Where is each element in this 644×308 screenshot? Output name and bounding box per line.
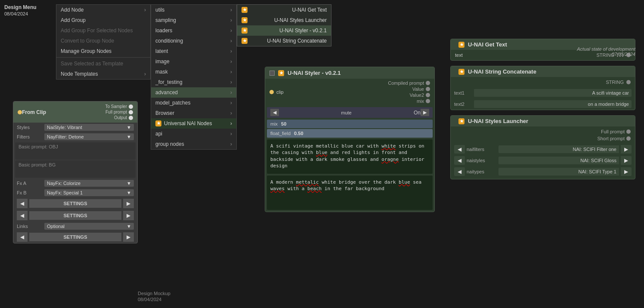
text2-row: text2 on a modern bridge <box>451 99 635 110</box>
float-field-val: 0.50 <box>294 131 303 136</box>
naistyles-prev[interactable]: ◀ <box>454 156 465 165</box>
state-label-text: Actual state of development <box>577 46 635 52</box>
menu-l2-for-testing[interactable]: _for_testing› <box>151 77 236 87</box>
basic-prompt-obj: Basic prompt: OBJ <box>15 142 136 160</box>
links-value[interactable]: Optional ▼ <box>44 223 134 230</box>
text-area-2-content: A modern mettalic white bridge over the … <box>270 179 421 191</box>
fx-b-value[interactable]: NayFx: Special 1 ▼ <box>44 189 134 196</box>
short-prompt-output-dot <box>626 136 631 141</box>
filters-field: Filters NayFilter: Detone ▼ <box>13 132 137 142</box>
menu-l3-styles-launcher[interactable]: ★ U-NAI Styles Launcher <box>237 15 331 25</box>
right-panel: ★ U-NAI Get Text text STRING ★ <box>450 39 635 185</box>
value-label: Value <box>412 86 424 92</box>
menu-l2-sampling[interactable]: sampling› <box>151 15 236 25</box>
context-menu-l1: Add Node › Add Group Add Group For Selec… <box>56 4 151 80</box>
settings-2-back[interactable]: ◀ <box>17 211 28 220</box>
menu-l2-api[interactable]: api› <box>151 129 236 139</box>
settings-2-btn[interactable]: SETTINGS <box>29 211 121 220</box>
fx-a-dropdown-arrow: ▼ <box>127 181 131 186</box>
context-menu-l2: utils› sampling› loaders› conditioning› … <box>151 4 237 150</box>
menu-l2-latent[interactable]: latent› <box>151 46 236 56</box>
naifilters-value: NAI: SCIFI Filter one <box>498 145 619 153</box>
output-connector <box>129 116 133 120</box>
menu-convert-group: Convert to Group Node <box>56 36 150 46</box>
full-prompt-label: Full prompt <box>105 110 127 114</box>
menu-l2-loaders[interactable]: loaders› <box>151 25 236 36</box>
unai-styles-launcher-node: ★ U-NAI Styles Launcher Full prompt Shor… <box>450 115 635 179</box>
settings-1-btn[interactable]: SETTINGS <box>29 199 121 208</box>
styler-text-area-1[interactable]: A scifi vintage metallic blue car with w… <box>267 139 433 174</box>
naifilters-label: naifilters <box>467 147 497 152</box>
submenu-arrow-templates: › <box>144 71 146 77</box>
settings-3-back[interactable]: ◀ <box>17 232 28 242</box>
naitypes-value: NAI: SCIFI Type 1 <box>498 168 619 176</box>
filters-value[interactable]: NayFilter: Detone ▼ <box>44 133 134 140</box>
menu-add-group[interactable]: Add Group <box>56 15 150 25</box>
mix-slider-val: 50 <box>281 121 286 126</box>
styles-label: Styles <box>17 125 43 130</box>
naistyles-value: NAI: SCIFI Gloss <box>498 157 619 164</box>
text1-row: text1 A scifi vintage car <box>451 87 635 99</box>
string-concat-header: ★ U-NAI String Concatenate <box>451 66 635 77</box>
menu-l2-mask[interactable]: mask› <box>151 67 236 77</box>
mix-slider[interactable]: mix 50 <box>267 120 433 128</box>
unai-string-concat-node: ★ U-NAI String Concatenate STRING text1 … <box>450 66 635 110</box>
get-text-title: U-NAI Get Text <box>468 41 507 48</box>
menu-l3-styler[interactable]: ★ U-NAI Styler - v0.2.1 <box>237 25 331 36</box>
naitypes-row: ◀ naitypes NAI: SCIFI Type 1 ▶ <box>451 166 635 177</box>
text2-field[interactable]: on a modern bridge <box>474 100 632 108</box>
float-field-slider[interactable]: float_field 0.50 <box>267 129 433 138</box>
mute-label: mute <box>279 110 414 115</box>
menu-l2-image[interactable]: image› <box>151 56 236 67</box>
naitypes-prev[interactable]: ◀ <box>454 167 465 176</box>
styles-launcher-icon: ★ <box>458 118 464 124</box>
menu-l2-universal-nai[interactable]: ★ Universal NAI Nodes › <box>151 118 236 129</box>
full-prompt-output-label: Full prompt <box>601 129 625 134</box>
full-prompt-connector <box>129 110 133 114</box>
menu-manage-group[interactable]: Manage Group Nodes <box>56 46 150 56</box>
naitypes-next[interactable]: ▶ <box>621 167 632 176</box>
fx-b-field: Fx B NayFx: Special 1 ▼ <box>13 188 137 197</box>
styler-text-area-2[interactable]: A modern mettalic white bridge over the … <box>267 176 433 210</box>
menu-l3-get-text[interactable]: ★ U-NAI Get Text <box>237 5 331 15</box>
full-prompt-output-dot <box>626 129 631 134</box>
styles-launcher-header: ★ U-NAI Styles Launcher <box>451 116 635 126</box>
menu-node-templates[interactable]: Node Templates › <box>56 69 150 79</box>
menu-l2-model-patches[interactable]: model_patches› <box>151 98 236 108</box>
menu-l2-group-nodes[interactable]: group nodes› <box>151 139 236 149</box>
styles-value[interactable]: NaiStyle: Vibrant ▼ <box>44 124 134 131</box>
links-field: Links Optional ▼ <box>13 222 137 231</box>
settings-1-fwd[interactable]: ▶ <box>123 199 134 208</box>
menu-l2-browser[interactable]: Browser› <box>151 108 236 118</box>
fx-a-value[interactable]: NayFx: Colorize ▼ <box>44 180 134 187</box>
design-menu-title: Design Menu <box>4 4 37 10</box>
settings-1-back[interactable]: ◀ <box>17 199 28 208</box>
naistyles-next[interactable]: ▶ <box>621 156 632 165</box>
menu-l2-utils[interactable]: utils› <box>151 5 236 15</box>
menu-l3-string-concat[interactable]: ★ U-NAI String Concatenate <box>237 36 331 46</box>
menu-add-node[interactable]: Add Node › <box>56 5 150 15</box>
naifilters-next[interactable]: ▶ <box>621 145 632 154</box>
menu-l2-conditioning[interactable]: conditioning› <box>151 36 236 46</box>
menu-save-template: Save Selected as Template <box>56 59 150 69</box>
get-text-icon: ★ <box>458 42 464 48</box>
text1-field[interactable]: A scifi vintage car <box>474 89 632 97</box>
naistyles-label: naistyles <box>467 158 497 163</box>
settings-3-fwd[interactable]: ▶ <box>123 232 134 242</box>
menu-l2-advanced[interactable]: advanced› <box>151 87 236 98</box>
settings-3-btn[interactable]: SETTINGS <box>29 233 121 241</box>
menu-divider-1 <box>56 57 150 58</box>
to-sampler-connector <box>129 105 133 109</box>
unai-styler-checkbox[interactable] <box>269 71 275 76</box>
nai-styler-icon: ★ <box>242 28 248 34</box>
naitypes-label: naitypes <box>467 169 497 174</box>
get-text-output-label: text <box>455 52 463 58</box>
settings-row-1: ◀ SETTINGS ▶ <box>13 197 137 209</box>
mute-prev-btn[interactable]: ◀ <box>270 109 279 116</box>
filters-label: Filters <box>17 134 43 139</box>
naifilters-prev[interactable]: ◀ <box>454 145 465 154</box>
state-label: Actual state of development 07/05/2024 <box>577 46 635 57</box>
settings-2-fwd[interactable]: ▶ <box>123 211 134 220</box>
context-menu-l3: ★ U-NAI Get Text ★ U-NAI Styles Launcher… <box>237 4 331 46</box>
mute-next-btn[interactable]: ▶ <box>421 109 429 116</box>
